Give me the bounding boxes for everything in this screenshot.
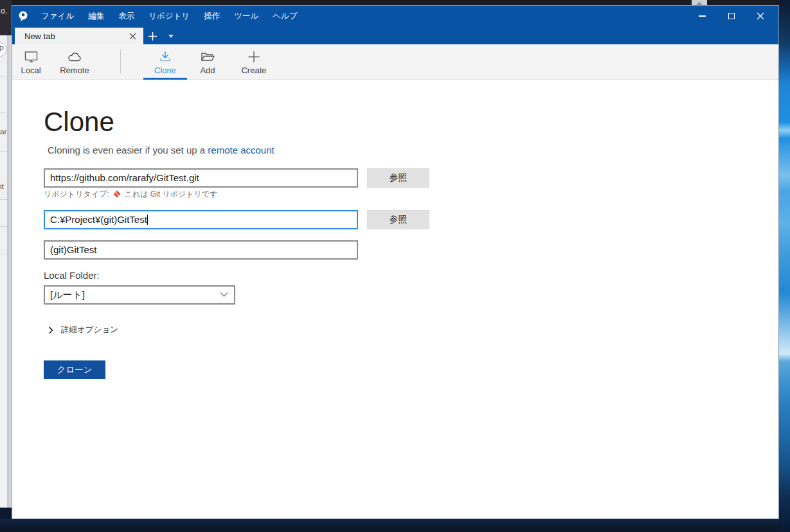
source-url-value: https://github.com/rarafy/GitTest.git: [50, 172, 199, 183]
repo-type-message: これは Git リポジトリです: [125, 189, 218, 200]
local-folder-select[interactable]: [ルート]: [44, 285, 235, 305]
divider: [0, 76, 7, 76]
toolbar-label: Create: [241, 66, 266, 75]
clone-panel: Clone Cloning is even easier if you set …: [12, 80, 778, 519]
destination-path-input[interactable]: C:¥Project¥(git)GitTest: [44, 210, 358, 229]
background-pill-fragment: P: [0, 42, 6, 57]
open-folder-icon: [200, 50, 215, 64]
menu-actions[interactable]: 操作: [197, 6, 227, 26]
background-text-fragment: it: [0, 182, 4, 190]
new-tab-button[interactable]: [145, 28, 160, 44]
bookmark-name-input[interactable]: (git)GitTest: [44, 240, 358, 260]
plus-icon: [247, 50, 261, 64]
git-icon: [112, 190, 121, 199]
advanced-options-label: 詳細オプション: [61, 324, 118, 335]
toolbar-label: Add: [200, 66, 215, 75]
repo-type-row: リポジトリタイプ: これは Git リポジトリです: [44, 189, 217, 199]
menu-bar: ファイル 編集 表示 リポジトリ 操作 ツール ヘルプ: [34, 6, 305, 26]
window-shadow: [7, 35, 12, 508]
browse-destination-button[interactable]: 参照: [367, 210, 429, 229]
menu-edit[interactable]: 編集: [81, 6, 111, 26]
menu-file[interactable]: ファイル: [34, 6, 81, 26]
maximize-icon: [728, 13, 735, 19]
tab-label: New tab: [15, 31, 124, 41]
browse-source-button[interactable]: 参照: [367, 168, 429, 188]
tab-bar: New tab: [12, 26, 778, 44]
toolbar-add-button[interactable]: Add: [191, 44, 224, 80]
minimize-icon: [699, 15, 706, 17]
background-text-fragment: ar: [0, 128, 6, 136]
clone-submit-button[interactable]: クローン: [44, 360, 105, 379]
chevron-down-icon: [168, 35, 174, 38]
window-controls: [688, 6, 775, 26]
sourcetree-window: ファイル 編集 表示 リポジトリ 操作 ツール ヘルプ New tab: [12, 5, 779, 519]
divider: [0, 199, 7, 200]
plus-icon: [148, 31, 157, 41]
clone-download-icon: [158, 50, 172, 64]
titlebar: ファイル 編集 表示 リポジトリ 操作 ツール ヘルプ: [12, 6, 778, 26]
divider: [0, 254, 7, 254]
subtitle-text: Cloning is even easier if you set up a: [48, 145, 208, 155]
divider: [0, 151, 7, 152]
maximize-button[interactable]: [717, 6, 746, 26]
menu-view[interactable]: 表示: [111, 6, 141, 26]
close-icon: [757, 12, 764, 20]
chevron-right-icon: [48, 326, 53, 334]
menu-help[interactable]: ヘルプ: [265, 6, 304, 26]
divider: [0, 226, 7, 227]
browse-label: 参照: [390, 172, 408, 184]
toolbar: Local Remote Clone Add Cr: [12, 44, 778, 80]
local-folder-label: Local Folder:: [44, 270, 100, 281]
toolbar-label: Clone: [154, 66, 176, 75]
close-icon: [129, 33, 136, 40]
toolbar-create-button[interactable]: Create: [236, 44, 272, 80]
browse-label: 参照: [390, 214, 408, 226]
toolbar-remote-button[interactable]: Remote: [55, 44, 94, 80]
toolbar-label: Remote: [60, 66, 89, 75]
toolbar-clone-button[interactable]: Clone: [143, 44, 187, 80]
desktop-wallpaper: [779, 0, 790, 532]
tab-new-tab[interactable]: New tab: [15, 28, 143, 44]
menu-repository[interactable]: リポジトリ: [141, 6, 197, 26]
repo-type-label: リポジトリタイプ:: [44, 189, 109, 200]
bookmark-name-value: (git)GitTest: [50, 244, 97, 255]
desktop-bottom-strip: [0, 519, 779, 532]
minimize-button[interactable]: [688, 6, 717, 26]
menu-tools[interactable]: ツール: [227, 6, 265, 26]
destination-path-value: C:¥Project¥(git)GitTest: [50, 214, 147, 225]
background-text-fragment: o.: [1, 6, 7, 15]
divider: [0, 112, 7, 113]
subtitle: Cloning is even easier if you set up a r…: [48, 145, 274, 155]
chevron-down-icon: [220, 292, 228, 297]
toolbar-label: Local: [21, 66, 40, 75]
advanced-options-expander[interactable]: 詳細オプション: [48, 324, 118, 335]
tab-list-dropdown-button[interactable]: [165, 28, 177, 44]
background-window-titlebar-fragment: o.: [0, 0, 12, 35]
monitor-icon: [24, 50, 39, 64]
toolbar-separator: [120, 49, 121, 73]
background-window-fragment: o. P ar it: [0, 0, 12, 508]
sourcetree-logo-icon: [17, 10, 29, 24]
local-folder-value: [ルート]: [50, 289, 85, 300]
cloud-icon: [67, 50, 82, 64]
remote-account-link[interactable]: remote account: [208, 145, 274, 155]
page-title: Clone: [44, 107, 114, 137]
close-button[interactable]: [746, 6, 775, 26]
tab-close-button[interactable]: [124, 28, 141, 44]
source-url-input[interactable]: https://github.com/rarafy/GitTest.git: [44, 168, 358, 188]
text-cursor: [147, 215, 148, 225]
desktop-top-strip: [0, 0, 779, 5]
toolbar-local-button[interactable]: Local: [15, 44, 47, 80]
